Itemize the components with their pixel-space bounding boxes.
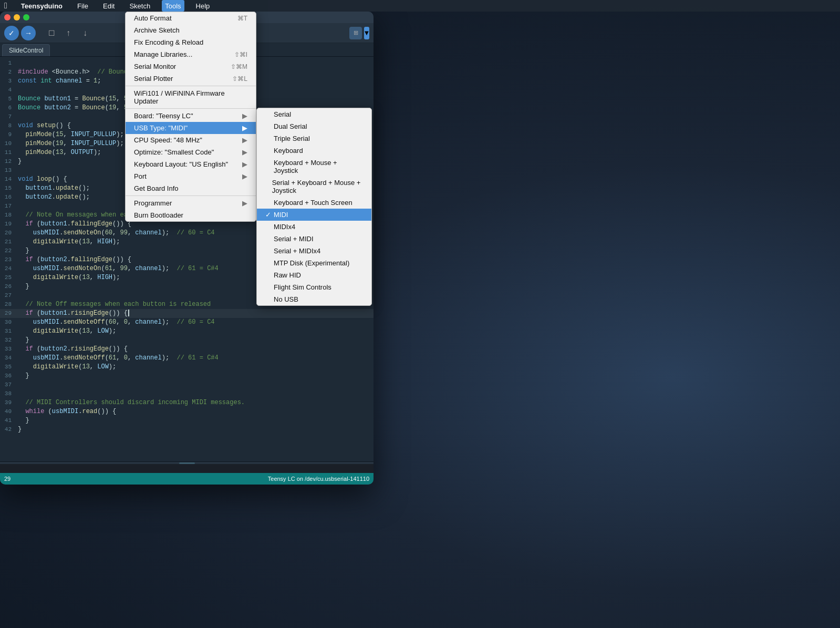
code-line-36: 36 } bbox=[0, 372, 374, 380]
usb-keyboard-touch-option[interactable]: Keyboard + Touch Screen bbox=[257, 197, 371, 209]
menu-serial-monitor[interactable]: Serial Monitor ⇧⌘M bbox=[126, 60, 256, 73]
usb-flight-sim-option[interactable]: Flight Sim Controls bbox=[257, 281, 371, 293]
tools-dropdown: Auto Format ⌘T Archive Sketch Fix Encodi… bbox=[125, 12, 256, 222]
menu-get-board-info[interactable]: Get Board Info bbox=[126, 182, 256, 194]
line-number: 29 bbox=[4, 476, 11, 482]
code-line-37: 37 bbox=[0, 380, 374, 389]
menu-board[interactable]: Board: "Teensy LC" ▶ bbox=[126, 110, 256, 122]
new-button[interactable]: ☐ bbox=[44, 26, 59, 40]
menu-programmer[interactable]: Programmer ▶ bbox=[126, 197, 256, 209]
device-info: Teensy LC on /dev/cu.usbserial-141110 bbox=[268, 476, 369, 482]
upload-button[interactable]: → bbox=[21, 26, 36, 40]
code-line-38: 38 bbox=[0, 389, 374, 398]
code-line-33: 33 if (button2.risingEdge()) { bbox=[0, 345, 374, 354]
menu-manage-libraries[interactable]: Manage Libraries... ⇧⌘I bbox=[126, 48, 256, 60]
code-line-40: 40 while (usbMIDI.read()) { bbox=[0, 407, 374, 416]
help-menu[interactable]: Help bbox=[193, 0, 213, 12]
usb-serial-keyboard-mouse-joystick-option[interactable]: Serial + Keyboard + Mouse + Joystick bbox=[257, 177, 371, 197]
menu-wifi-updater[interactable]: WiFi101 / WiFiNINA Firmware Updater bbox=[126, 87, 256, 107]
usb-mtp-option[interactable]: MTP Disk (Experimental) bbox=[257, 257, 371, 269]
menu-usb-type[interactable]: USB Type: "MIDI" ▶ bbox=[126, 122, 256, 134]
menu-optimize[interactable]: Optimize: "Smallest Code" ▶ bbox=[126, 146, 256, 158]
minimize-button[interactable] bbox=[14, 14, 20, 20]
serial-monitor-button[interactable]: ⊞ bbox=[349, 27, 362, 39]
menu-cpu-speed[interactable]: CPU Speed: "48 MHz" ▶ bbox=[126, 134, 256, 146]
code-line-30: 30 usbMIDI.sendNoteOff(60, 0, channel); … bbox=[0, 318, 374, 327]
sketch-menu[interactable]: Sketch bbox=[126, 0, 153, 12]
open-button[interactable]: ↑ bbox=[61, 26, 76, 40]
statusbar: 29 Teensy LC on /dev/cu.usbserial-141110 bbox=[0, 473, 374, 485]
usb-keyboard-option[interactable]: Keyboard bbox=[257, 145, 371, 157]
code-line-39: 39 // MIDI Controllers should discard in… bbox=[0, 398, 374, 407]
traffic-lights bbox=[4, 14, 29, 20]
menu-burn-bootloader[interactable]: Burn Bootloader bbox=[126, 209, 256, 221]
menu-archive-sketch[interactable]: Archive Sketch bbox=[126, 24, 256, 36]
code-line-31: 31 digitalWrite(13, LOW); bbox=[0, 327, 374, 336]
edit-menu[interactable]: Edit bbox=[100, 0, 118, 12]
maximize-button[interactable] bbox=[23, 14, 29, 20]
code-line-32: 32 } bbox=[0, 336, 374, 345]
separator-2 bbox=[126, 108, 256, 109]
code-line-35: 35 digitalWrite(13, LOW); bbox=[0, 363, 374, 372]
usb-serial-option[interactable]: Serial bbox=[257, 108, 371, 120]
usb-midix4-option[interactable]: MIDIx4 bbox=[257, 221, 371, 233]
separator-3 bbox=[126, 195, 256, 196]
usb-none-option[interactable]: No USB bbox=[257, 293, 371, 305]
code-line-34: 34 usbMIDI.sendNoteOff(61, 0, channel); … bbox=[0, 354, 374, 363]
file-menu[interactable]: File bbox=[74, 0, 91, 12]
tools-menu-item[interactable]: Tools bbox=[162, 0, 184, 12]
teensy-dropdown[interactable]: ▼ bbox=[364, 27, 369, 39]
usb-type-submenu: Serial Dual Serial Triple Serial Keyboar… bbox=[256, 108, 372, 306]
menu-auto-format[interactable]: Auto Format ⌘T bbox=[126, 12, 256, 24]
menu-port[interactable]: Port ▶ bbox=[126, 170, 256, 182]
usb-raw-hid-option[interactable]: Raw HID bbox=[257, 269, 371, 281]
apple-menu[interactable]:  bbox=[4, 1, 7, 11]
close-button[interactable] bbox=[4, 14, 11, 20]
separator-1 bbox=[126, 86, 256, 86]
menu-serial-plotter[interactable]: Serial Plotter ⇧⌘L bbox=[126, 73, 256, 85]
menu-fix-encoding[interactable]: Fix Encoding & Reload bbox=[126, 36, 256, 48]
code-line-42: 42} bbox=[0, 425, 374, 434]
system-menubar:  Teensyduino File Edit Sketch Tools Hel… bbox=[0, 0, 840, 12]
usb-midi-option[interactable]: ✓ MIDI bbox=[257, 209, 371, 221]
usb-serial-midi-option[interactable]: Serial + MIDI bbox=[257, 233, 371, 245]
menu-keyboard-layout[interactable]: Keyboard Layout: "US English" ▶ bbox=[126, 158, 256, 170]
code-line-29: 29 if (button1.risingEdge()) { bbox=[0, 309, 374, 318]
usb-keyboard-mouse-joystick-option[interactable]: Keyboard + Mouse + Joystick bbox=[257, 157, 371, 177]
usb-triple-serial-option[interactable]: Triple Serial bbox=[257, 132, 371, 145]
save-button[interactable]: ↓ bbox=[78, 26, 92, 40]
usb-serial-midix4-option[interactable]: Serial + MIDIx4 bbox=[257, 245, 371, 257]
verify-button[interactable]: ✓ bbox=[4, 26, 19, 40]
app-name-menu[interactable]: Teensyduino bbox=[18, 0, 66, 12]
code-line-41: 41 } bbox=[0, 416, 374, 425]
usb-dual-serial-option[interactable]: Dual Serial bbox=[257, 120, 371, 132]
file-tab[interactable]: SlideControl bbox=[2, 44, 50, 56]
